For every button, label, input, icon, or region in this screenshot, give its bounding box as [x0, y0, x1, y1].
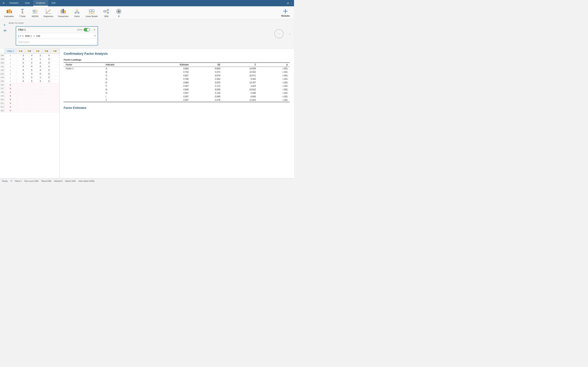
- cell-a: [17, 94, 25, 98]
- filter-cell: ✓: [5, 68, 16, 72]
- hamburger-menu[interactable]: ≡: [1, 1, 6, 5]
- table-row[interactable]: 196 ✕: [0, 83, 59, 87]
- cfa-title: Confirmatory Factor Analysis: [64, 52, 290, 56]
- cell-e: [51, 68, 59, 72]
- filter-indicator: ✓: [9, 76, 11, 79]
- toolbar-frequencies[interactable]: Frequencies: [56, 8, 71, 18]
- screen-icon[interactable]: ⊡: [287, 2, 289, 5]
- p-cell: <.001: [258, 74, 290, 77]
- svg-rect-20: [61, 10, 62, 13]
- tab-analyses[interactable]: Analyses: [33, 0, 48, 6]
- tab-variables[interactable]: Variables: [7, 0, 21, 6]
- filter-formula[interactable]: = ROW() < 196: [22, 35, 94, 37]
- table-row[interactable]: 193 ✓ 3 4 0 0: [0, 72, 59, 76]
- table-row[interactable]: 189 ✓ 3 2 1 3: [0, 57, 59, 61]
- cell-e: [51, 83, 59, 87]
- p-cell: <.001: [258, 67, 290, 70]
- col-a-icon: [19, 50, 21, 52]
- toolbar-r[interactable]: R R: [113, 8, 125, 18]
- exploration-label: Exploration: [4, 15, 14, 17]
- table-row[interactable]: 200 ✕: [0, 98, 59, 101]
- tab-data[interactable]: Data: [22, 0, 33, 6]
- filter-editor-area: + 👁 ROW FILTERS Filter 1 active | ✕ fx ▾…: [0, 19, 294, 49]
- toolbar-sem[interactable]: SEM: [100, 8, 112, 18]
- svg-point-25: [75, 12, 76, 13]
- z-cell: 10.562: [222, 70, 258, 74]
- table-row[interactable]: 202 ✕: [0, 105, 59, 109]
- exploration-icon: [6, 8, 12, 15]
- tab-edit[interactable]: Edit: [49, 0, 58, 6]
- factor-estimates-title: Factor Estimates: [64, 106, 290, 109]
- table-row[interactable]: 191 ✓ 4 4 4 4: [0, 65, 59, 68]
- row-number: 190: [0, 61, 5, 65]
- table-row[interactable]: 203 ✕: [0, 109, 59, 112]
- factor-loadings-section: Factor Loadings Factor Indicator Estimat…: [64, 58, 290, 102]
- filter-indicator: ✕: [9, 87, 11, 90]
- toolbar-regression[interactable]: Regression: [42, 8, 56, 18]
- cell-a: 3: [17, 57, 25, 61]
- filter-indicator: ✓: [9, 80, 11, 83]
- row-number: 188: [0, 54, 5, 57]
- filter-indicator: ✓: [9, 58, 11, 60]
- se-cell: 0.072: [191, 70, 222, 74]
- toolbar-linear-models[interactable]: Linear Models: [84, 8, 100, 18]
- filter-cell: ✓: [5, 65, 16, 68]
- row-number: 196: [0, 83, 5, 87]
- table-row[interactable]: 199 ✕: [0, 94, 59, 98]
- filter-active-toggle[interactable]: [84, 28, 90, 32]
- toolbar-modules[interactable]: Modules: [279, 8, 292, 18]
- col-header-se: SE: [191, 63, 222, 67]
- se-cell: 0.112: [191, 84, 222, 88]
- table-row[interactable]: 195 ✓ 4 5 3 2: [0, 79, 59, 83]
- right-chevron-button[interactable]: ›: [289, 32, 291, 36]
- svg-rect-22: [64, 10, 66, 13]
- col-e-icon: [53, 50, 55, 52]
- filter-close-button[interactable]: ✕: [93, 28, 96, 32]
- more-icon[interactable]: ⋮: [290, 2, 293, 5]
- toolbar-exploration[interactable]: Exploration: [2, 8, 16, 18]
- filter-indicator: ✕: [9, 83, 11, 86]
- formula-add-button[interactable]: +: [94, 34, 96, 38]
- table-row[interactable]: 192 ✓ 4 5 4 2: [0, 68, 59, 72]
- filter-cell: ✕: [5, 91, 16, 94]
- r-icon: R: [116, 8, 122, 15]
- table-row[interactable]: 194 ✓ 2 2 1 2: [0, 76, 59, 79]
- fx-button[interactable]: fx ▾: [18, 34, 21, 38]
- cell-a: [17, 87, 25, 90]
- filter-col-header: Filter 1: [5, 49, 17, 54]
- cell-e: [51, 72, 59, 75]
- cell-c: [34, 101, 42, 105]
- row-number: 189: [0, 57, 5, 61]
- toolbar: Exploration T-Tests ANOVA: [0, 6, 294, 19]
- cell-c: [34, 98, 42, 101]
- toolbar-ttests[interactable]: T-Tests: [16, 8, 28, 18]
- scroll-up-button[interactable]: ↑: [274, 29, 284, 38]
- toolbar-anova[interactable]: ANOVA: [29, 8, 41, 18]
- factor-name-cell: [64, 95, 104, 98]
- table-row[interactable]: 201 ✕: [0, 101, 59, 105]
- col-c-icon: [36, 50, 38, 52]
- table-row[interactable]: 190 ✓ 2 2 2 3: [0, 61, 59, 65]
- table-row[interactable]: 197 ✕: [0, 87, 59, 91]
- table-row[interactable]: 188 ✓ 3 4 2 4: [0, 54, 59, 57]
- col-header-factor: Factor: [64, 63, 104, 67]
- svg-rect-2: [11, 11, 12, 13]
- results-row: B 0.764 0.072 10.562 <.001: [64, 70, 290, 74]
- filter-active-label: active: [77, 28, 83, 31]
- sem-label: SEM: [104, 15, 108, 17]
- add-filter-button[interactable]: +: [3, 23, 7, 27]
- table-row[interactable]: 198 ✕: [0, 91, 59, 94]
- row-number: 201: [0, 101, 5, 105]
- cell-e: [51, 61, 59, 65]
- preview-filter-button[interactable]: 👁: [3, 29, 7, 33]
- filter-indicator: ✓: [9, 62, 11, 64]
- filter-description-area[interactable]: Description: [16, 39, 98, 45]
- row-filters-label: ROW FILTERS: [9, 22, 291, 24]
- cell-e: [51, 91, 59, 94]
- filter-sidebar-actions: + 👁: [3, 23, 7, 45]
- cell-c: [34, 83, 42, 87]
- estimate-cell: 0.567: [147, 91, 191, 95]
- toolbar-factor[interactable]: Factor: [71, 8, 83, 18]
- svg-point-7: [33, 10, 35, 12]
- row-number: 194: [0, 76, 5, 79]
